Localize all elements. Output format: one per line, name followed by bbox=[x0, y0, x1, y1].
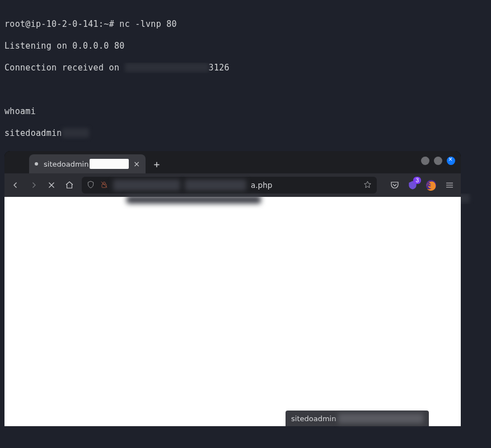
toolbar-right-icons: 3 bbox=[389, 179, 455, 191]
page-viewport[interactable] bbox=[4, 197, 461, 426]
redacted-url-2 bbox=[185, 180, 246, 191]
insecure-lock-icon[interactable] bbox=[100, 180, 109, 191]
browser-toolbar: a.php 3 bbox=[4, 173, 461, 197]
redacted-url-1 bbox=[113, 180, 180, 191]
firefox-account-button[interactable] bbox=[425, 179, 437, 191]
new-tab-button[interactable]: + bbox=[149, 156, 165, 172]
pocket-icon bbox=[390, 180, 400, 190]
app-menu-button[interactable] bbox=[444, 180, 455, 191]
bookmark-button[interactable] bbox=[363, 180, 372, 191]
window-maximize-button[interactable] bbox=[434, 157, 442, 165]
command-nc: nc -lvnp 80 bbox=[119, 19, 177, 29]
url-suffix: a.php bbox=[251, 181, 272, 190]
browser-window: sitedoadmin × + bbox=[4, 151, 461, 426]
firefox-icon bbox=[425, 179, 437, 191]
hamburger-icon bbox=[445, 180, 455, 190]
close-icon bbox=[46, 180, 57, 190]
url-bar[interactable]: a.php bbox=[82, 177, 377, 194]
back-button[interactable] bbox=[10, 180, 21, 191]
status-text: sitedoadmin bbox=[291, 414, 336, 423]
status-bar: sitedoadmin bbox=[286, 411, 429, 426]
tab-strip: sitedoadmin × + bbox=[4, 151, 461, 173]
pocket-button[interactable] bbox=[389, 180, 400, 191]
tab-loading-indicator bbox=[35, 162, 38, 166]
arrow-right-icon bbox=[29, 180, 39, 190]
nc-listening-line: Listening on 0.0.0.0 80 bbox=[4, 41, 487, 52]
extension-badge-count: 3 bbox=[413, 177, 421, 184]
tab-title: sitedoadmin bbox=[44, 160, 88, 168]
tab-close-button[interactable]: × bbox=[132, 159, 141, 168]
stop-button[interactable] bbox=[46, 180, 57, 191]
whoami-output: sitedoadmin bbox=[4, 128, 62, 138]
redacted-url-dropdown bbox=[127, 196, 261, 204]
tracking-shield-icon[interactable] bbox=[86, 180, 95, 191]
browser-tab[interactable]: sitedoadmin × bbox=[29, 154, 146, 173]
star-icon bbox=[363, 180, 372, 190]
extension-button[interactable]: 3 bbox=[407, 180, 418, 191]
home-icon bbox=[64, 180, 74, 190]
redacted-tab-title bbox=[90, 159, 129, 169]
window-minimize-button[interactable] bbox=[421, 157, 429, 165]
window-controls bbox=[421, 157, 455, 165]
nc-connection-line: Connection received on bbox=[4, 63, 125, 73]
shell-prompt: root@ip-10-2-0-141: bbox=[4, 19, 104, 29]
arrow-left-icon bbox=[11, 180, 21, 190]
window-close-button[interactable] bbox=[447, 157, 455, 165]
forward-button[interactable] bbox=[28, 180, 39, 191]
redacted-status bbox=[338, 413, 423, 423]
redacted-user-suffix bbox=[62, 128, 89, 138]
command-whoami: whoami bbox=[4, 106, 487, 117]
redacted-ip bbox=[125, 63, 209, 72]
home-button[interactable] bbox=[64, 180, 75, 191]
